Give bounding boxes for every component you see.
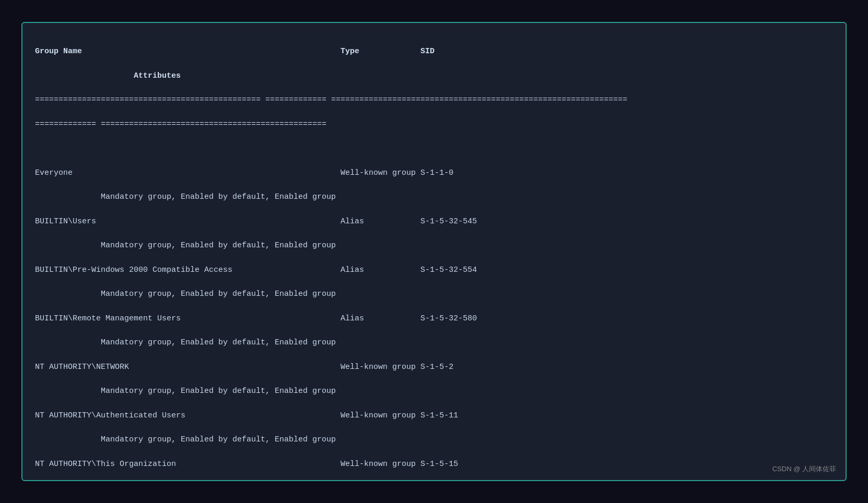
- row-this-org-group: NT AUTHORITY\This Organization Well-know…: [35, 458, 833, 470]
- separator-line-1: ========================================…: [35, 94, 833, 106]
- row-remote-mgmt-group: BUILTIN\Remote Management Users Alias S-…: [35, 313, 833, 325]
- separator-line-2: ============= ==========================…: [35, 118, 833, 130]
- window-wrapper: Group Name Type SID Attributes =========…: [0, 0, 868, 503]
- watermark: CSDN @ 人间体佐菲: [772, 464, 836, 474]
- header-line-1: Group Name Type SID: [35, 45, 833, 57]
- blank-line: [35, 142, 833, 154]
- row-network-group: NT AUTHORITY\NETWORK Well-known group S-…: [35, 361, 833, 373]
- row-builtin-users-group: BUILTIN\Users Alias S-1-5-32-545: [35, 215, 833, 227]
- row-everyone-attr: Mandatory group, Enabled by default, Ena…: [35, 191, 833, 203]
- row-everyone-group: Everyone Well-known group S-1-1-0: [35, 167, 833, 179]
- row-auth-users-group: NT AUTHORITY\Authenticated Users Well-kn…: [35, 410, 833, 422]
- terminal-window: Group Name Type SID Attributes =========…: [21, 22, 847, 481]
- terminal-content: Group Name Type SID Attributes =========…: [35, 33, 833, 481]
- row-builtin-users-attr: Mandatory group, Enabled by default, Ena…: [35, 239, 833, 252]
- row-remote-mgmt-attr: Mandatory group, Enabled by default, Ena…: [35, 337, 833, 349]
- row-prewin-attr: Mandatory group, Enabled by default, Ena…: [35, 288, 833, 300]
- header-line-2: Attributes: [35, 70, 833, 82]
- row-network-attr: Mandatory group, Enabled by default, Ena…: [35, 385, 833, 397]
- row-prewin-group: BUILTIN\Pre-Windows 2000 Compatible Acce…: [35, 264, 833, 276]
- row-auth-users-attr: Mandatory group, Enabled by default, Ena…: [35, 434, 833, 446]
